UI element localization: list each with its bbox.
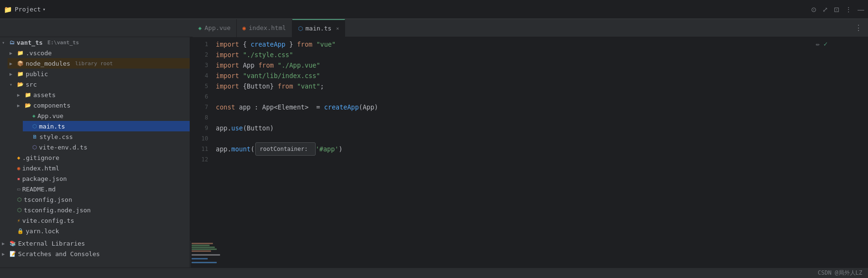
- code-line-8: [216, 112, 868, 123]
- minimap: [190, 241, 228, 268]
- ext-lib-icon: 📚: [10, 240, 16, 247]
- tab-close-button[interactable]: ✕: [336, 26, 339, 31]
- sidebar-label-package-json: package.json: [22, 175, 67, 182]
- folder-arrow-icon: ▶: [10, 61, 15, 66]
- settings-icon[interactable]: ⊙: [811, 6, 817, 13]
- lock-file-icon: 🔒: [17, 228, 24, 234]
- scratch-icon: 📝: [10, 251, 16, 257]
- sidebar-item-scratches[interactable]: ▶ 📝 Scratches and Consoles: [0, 248, 190, 259]
- sidebar-label-assets: assets: [33, 91, 56, 99]
- code-line-6: [216, 91, 868, 102]
- vue-icon: ◈: [198, 25, 202, 31]
- sidebar-item-readme[interactable]: ▭ README.md: [8, 184, 190, 194]
- line-num-9: 9: [190, 123, 208, 133]
- tab-main-ts[interactable]: ⬡ main.ts ✕: [292, 19, 346, 37]
- sidebar-item-index-html[interactable]: ◉ index.html: [8, 163, 190, 173]
- more-icon[interactable]: ⋮: [845, 6, 852, 13]
- assets-arrow-icon: ▶: [17, 92, 23, 98]
- sidebar-label-index-html: index.html: [22, 165, 59, 172]
- status-bar: CSDN @局外人LZ: [0, 268, 868, 278]
- root-arrow-icon: ▾: [2, 40, 8, 45]
- sidebar-label-readme: README.md: [22, 186, 56, 193]
- project-folder-icon: 📁: [4, 6, 12, 13]
- root-folder-icon: 🗂: [10, 40, 15, 46]
- sidebar: ▾ 🗂 vant_ts E:\vant_ts ▶ 📁 .vscode ▶ 📦 n…: [0, 37, 190, 268]
- main-layout: ▾ 🗂 vant_ts E:\vant_ts ▶ 📁 .vscode ▶ 📦 n…: [0, 37, 868, 268]
- line-num-6: 6: [190, 91, 208, 102]
- sidebar-item-main-ts[interactable]: ⬡ main.ts: [23, 121, 190, 131]
- sidebar-item-gitignore[interactable]: ◆ .gitignore: [8, 152, 190, 163]
- sidebar-item-node-modules[interactable]: ▶ 📦 node_modules library root: [8, 58, 190, 69]
- param-tooltip: rootContainer:: [255, 142, 315, 156]
- sidebar-item-tsconfig-node[interactable]: ⬡ tsconfig.node.json: [8, 205, 190, 215]
- sidebar-item-external-libraries[interactable]: ▶ 📚 External Libraries: [0, 238, 190, 248]
- split-icon[interactable]: ⊡: [834, 6, 839, 13]
- html-file-icon: ◉: [17, 165, 20, 171]
- title-bar-left: 📁 Project ▾: [4, 6, 194, 13]
- code-lines[interactable]: import { createApp } from "vue" import "…: [214, 39, 868, 241]
- src-folder-icon: 📂: [17, 81, 24, 88]
- sidebar-item-public[interactable]: ▶ 📁 public: [8, 69, 190, 79]
- sidebar-item-components[interactable]: ▶ 📂 components: [15, 100, 190, 110]
- sidebar-label-src: src: [26, 81, 37, 88]
- json-file-icon: ▪: [17, 176, 20, 182]
- sidebar-item-assets[interactable]: ▶ 📁 assets: [15, 89, 190, 100]
- sidebar-item-style-css[interactable]: 🗎 style.css: [23, 131, 190, 142]
- sidebar-item-package-json[interactable]: ▪ package.json: [8, 173, 190, 184]
- css-file-icon: 🗎: [32, 134, 38, 140]
- sidebar-label-style-css: style.css: [39, 133, 73, 140]
- vite-config-icon: ⚡: [17, 218, 20, 224]
- minimize-icon[interactable]: —: [858, 6, 864, 13]
- sidebar-item-yarn-lock[interactable]: 🔒 yarn.lock: [8, 226, 190, 236]
- code-line-7: const app : App<Element> = createApp(App…: [216, 102, 868, 112]
- sidebar-label-app-vue: App.vue: [38, 112, 64, 119]
- title-bar-icons: ⊙ ⤢ ⊡ ⋮ —: [811, 6, 864, 13]
- folder-arrow-icon: ▶: [10, 71, 15, 77]
- sidebar-item-app-vue[interactable]: ◈ App.vue: [23, 110, 190, 121]
- sidebar-label-external-libraries: External Libraries: [18, 240, 85, 247]
- sidebar-label-vscode: .vscode: [26, 50, 52, 57]
- code-line-11: app.mount(rootContainer: '#app'): [216, 144, 868, 154]
- tab-bar-more[interactable]: ⋮: [855, 23, 868, 32]
- expand-icon[interactable]: ⤢: [822, 6, 828, 13]
- dts-file-icon: ⬡: [32, 144, 37, 150]
- sidebar-label-gitignore: .gitignore: [22, 154, 59, 161]
- src-arrow-icon: ▾: [10, 82, 15, 87]
- code-line-2: import "./style.css": [216, 50, 868, 60]
- sidebar-item-vite-config[interactable]: ⚡ vite.config.ts: [8, 215, 190, 226]
- folder-arrow-icon: ▶: [10, 50, 15, 56]
- ts-icon: ⬡: [298, 25, 303, 32]
- tab-bar: ◈ App.vue ◉ index.html ⬡ main.ts ✕ ⋮: [0, 19, 868, 37]
- tab-app-vue[interactable]: ◈ App.vue: [193, 19, 237, 37]
- line-num-11: 11: [190, 144, 208, 154]
- sidebar-label-tsconfig-node: tsconfig.node.json: [24, 207, 91, 214]
- sidebar-label-vite-env: vite-env.d.ts: [39, 144, 87, 151]
- code-line-9: app.use(Button): [216, 123, 868, 133]
- sidebar-label-yarn-lock: yarn.lock: [26, 228, 59, 235]
- sidebar-label-scratches: Scratches and Consoles: [18, 250, 100, 258]
- tab-index-html[interactable]: ◉ index.html: [237, 19, 292, 37]
- checkmark-icon[interactable]: ✓: [824, 40, 828, 48]
- line-num-12: 12: [190, 154, 208, 165]
- sidebar-item-vite-env[interactable]: ⬡ vite-env.d.ts: [23, 142, 190, 152]
- tsconfig-node-icon: ⬡: [17, 207, 22, 213]
- pencil-icon[interactable]: ✏: [816, 40, 820, 48]
- line-num-5: 5: [190, 81, 208, 91]
- line-num-3: 3: [190, 60, 208, 70]
- sidebar-item-tsconfig[interactable]: ⬡ tsconfig.json: [8, 194, 190, 205]
- components-arrow-icon: ▶: [17, 103, 23, 108]
- sidebar-label-tsconfig: tsconfig.json: [24, 196, 72, 203]
- sidebar-label-main-ts: main.ts: [39, 123, 65, 130]
- md-file-icon: ▭: [17, 186, 20, 192]
- sidebar-root[interactable]: ▾ 🗂 vant_ts E:\vant_ts: [0, 37, 190, 48]
- ext-lib-arrow-icon: ▶: [2, 241, 8, 246]
- sidebar-item-vscode[interactable]: ▶ 📁 .vscode: [8, 48, 190, 58]
- minimap-content: [191, 241, 228, 268]
- vscode-folder-icon: 📁: [17, 50, 24, 56]
- root-path: E:\vant_ts: [48, 40, 79, 46]
- code-line-4: import "vant/lib/index.css": [216, 70, 868, 81]
- scratch-arrow-icon: ▶: [2, 251, 8, 257]
- sidebar-item-src[interactable]: ▾ 📂 src: [8, 79, 190, 89]
- project-label[interactable]: Project ▾: [15, 6, 46, 13]
- line-num-10: 10: [190, 133, 208, 144]
